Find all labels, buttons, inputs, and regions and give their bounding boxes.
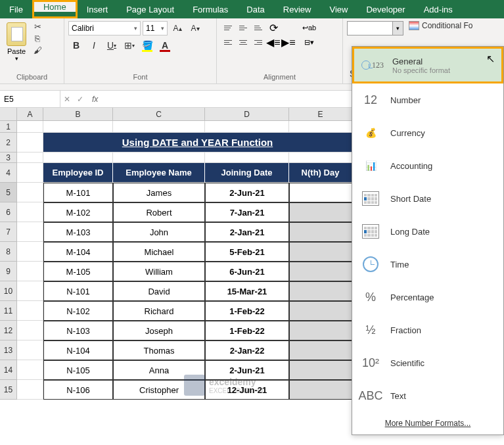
header-cell[interactable]: N(th) Day	[289, 163, 352, 183]
cell-employee-id[interactable]: M-101	[43, 183, 113, 202]
align-top-icon[interactable]	[221, 21, 235, 34]
format-item-accounting[interactable]: 📊Accounting	[352, 149, 503, 182]
cell-nth-day[interactable]	[289, 183, 352, 202]
tab-file[interactable]: File	[0, 0, 32, 18]
cell-employee-id[interactable]: M-102	[43, 202, 113, 222]
row-header[interactable]: 12	[0, 321, 17, 340]
format-item-currency[interactable]: 💰Currency	[352, 116, 503, 149]
cell-nth-day[interactable]	[289, 321, 352, 340]
cell-nth-day[interactable]	[289, 222, 352, 242]
fx-enter-icon[interactable]: ✓	[74, 95, 87, 104]
row-header[interactable]: 15	[0, 380, 17, 400]
col-header-e[interactable]: E	[289, 108, 352, 120]
cell-employee-name[interactable]: William	[113, 262, 205, 281]
border-button[interactable]: ⊞▾	[122, 38, 137, 53]
cell-employee-name[interactable]: Joseph	[113, 321, 205, 340]
more-number-formats[interactable]: More Number Formats...	[352, 412, 503, 434]
row-header[interactable]: 6	[0, 202, 17, 222]
format-item-general[interactable]: 123GeneralNo specific format↖	[352, 47, 503, 83]
copy-icon[interactable]: ⎘	[32, 33, 43, 43]
align-left-icon[interactable]	[221, 35, 235, 49]
header-cell[interactable]: Employee ID	[43, 163, 113, 183]
align-right-icon[interactable]	[251, 35, 265, 49]
cell-joining-date[interactable]: 2-Jan-22	[205, 340, 289, 360]
cell-joining-date[interactable]: 2-Jan-21	[205, 222, 289, 242]
format-item-number[interactable]: 12Number	[352, 83, 503, 116]
format-item-scientific[interactable]: 10²Scientific	[352, 346, 503, 379]
cell-nth-day[interactable]	[289, 202, 352, 222]
align-center-icon[interactable]	[236, 35, 250, 49]
format-item-short-date[interactable]: Short Date	[352, 182, 503, 215]
col-header-b[interactable]: B	[43, 108, 113, 120]
cell-joining-date[interactable]: 7-Jan-21	[205, 202, 289, 222]
row-header[interactable]: 13	[0, 340, 17, 360]
cell-employee-id[interactable]: N-101	[43, 281, 113, 301]
cell-employee-name[interactable]: Thomas	[113, 340, 205, 360]
cell[interactable]	[17, 321, 43, 340]
format-item-fraction[interactable]: ½Fraction	[352, 314, 503, 346]
cell-joining-date[interactable]: 2-Jun-21	[205, 183, 289, 202]
row-header[interactable]: 4	[0, 163, 17, 183]
font-color-button[interactable]: A	[157, 38, 173, 53]
cell-nth-day[interactable]	[289, 340, 352, 360]
cell[interactable]	[17, 163, 43, 183]
row-header[interactable]: 9	[0, 262, 17, 281]
increase-indent-icon[interactable]: ▶≡	[281, 35, 296, 49]
cell[interactable]	[17, 281, 43, 301]
cell[interactable]	[17, 222, 43, 242]
tab-home[interactable]: Home	[34, 2, 76, 12]
select-all-corner[interactable]	[0, 108, 17, 120]
row-header[interactable]: 14	[0, 360, 17, 380]
cell-employee-id[interactable]: N-105	[43, 360, 113, 380]
format-item-percentage[interactable]: %Percentage	[352, 281, 503, 314]
fx-cancel-icon[interactable]: ✕	[60, 95, 74, 104]
cell-employee-id[interactable]: N-104	[43, 340, 113, 360]
cell[interactable]	[17, 152, 43, 163]
cell[interactable]	[17, 262, 43, 281]
cell-employee-name[interactable]: David	[113, 281, 205, 301]
cell[interactable]	[289, 152, 352, 163]
underline-button[interactable]: U▾	[104, 38, 120, 53]
bold-button[interactable]: B	[68, 38, 84, 53]
row-header[interactable]: 2	[0, 133, 17, 152]
cell[interactable]	[17, 242, 43, 262]
cell-employee-name[interactable]: Richard	[113, 301, 205, 321]
cell-nth-day[interactable]	[289, 262, 352, 281]
cell[interactable]	[17, 183, 43, 202]
cell-employee-name[interactable]: James	[113, 183, 205, 202]
align-middle-icon[interactable]	[236, 21, 250, 34]
cell-employee-id[interactable]: N-103	[43, 321, 113, 340]
cell[interactable]	[17, 133, 43, 152]
cell-employee-id[interactable]: M-104	[43, 242, 113, 262]
font-name-combo[interactable]: Calibri▾	[68, 21, 141, 35]
col-header-c[interactable]: C	[113, 108, 205, 120]
row-header[interactable]: 10	[0, 281, 17, 301]
tab-formulas[interactable]: Formulas	[183, 0, 237, 18]
cell-nth-day[interactable]	[289, 360, 352, 380]
col-header-a[interactable]: A	[17, 108, 43, 120]
wrap-text-button[interactable]: ↩ab	[302, 21, 316, 34]
cell-employee-id[interactable]: M-103	[43, 222, 113, 242]
format-item-text[interactable]: ABCText	[352, 379, 503, 412]
cell-nth-day[interactable]	[289, 281, 352, 301]
cell-employee-name[interactable]: John	[113, 222, 205, 242]
format-painter-icon[interactable]: 🖌	[32, 45, 43, 55]
title-cell[interactable]: Using DATE and YEAR Function	[43, 133, 352, 152]
row-header[interactable]: 7	[0, 222, 17, 242]
fill-color-button[interactable]: 🪣	[139, 38, 155, 53]
cell[interactable]	[17, 301, 43, 321]
tab-developer[interactable]: Developer	[357, 0, 414, 18]
italic-button[interactable]: I	[86, 38, 102, 53]
decrease-font-icon[interactable]: A▾	[187, 21, 203, 35]
tab-view[interactable]: View	[320, 0, 357, 18]
number-format-combo[interactable]: ▾	[347, 21, 403, 35]
cell-employee-id[interactable]: N-106	[43, 380, 113, 400]
row-header[interactable]: 3	[0, 152, 17, 163]
cell-employee-id[interactable]: N-102	[43, 301, 113, 321]
name-box[interactable]: E5	[0, 91, 60, 107]
cell[interactable]	[43, 152, 113, 163]
tab-review[interactable]: Review	[274, 0, 321, 18]
cell[interactable]	[17, 380, 43, 400]
cell[interactable]	[113, 121, 205, 133]
format-item-long-date[interactable]: Long Date	[352, 215, 503, 248]
